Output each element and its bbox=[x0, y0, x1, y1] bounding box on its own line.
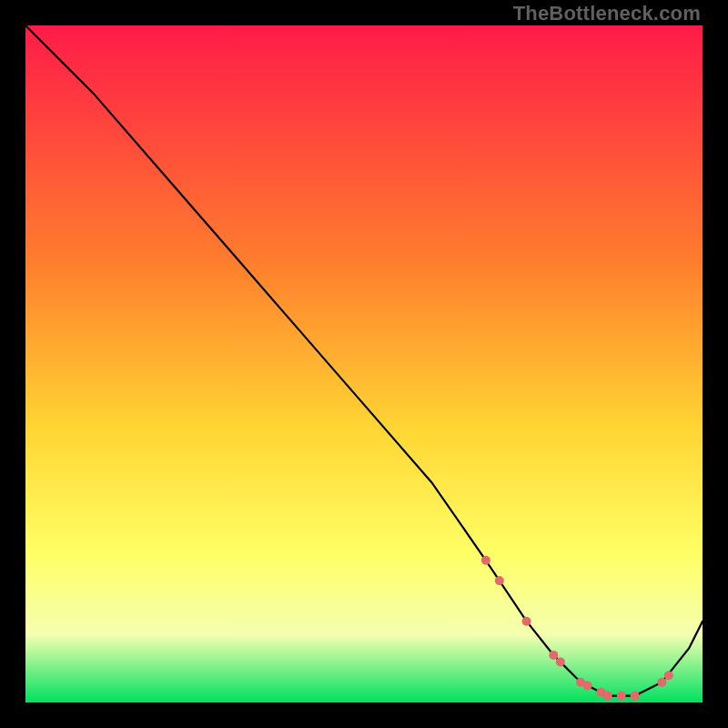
marker-dot bbox=[556, 657, 565, 666]
marker-dot bbox=[631, 692, 640, 701]
marker-dot bbox=[495, 576, 504, 585]
marker-dot bbox=[657, 678, 666, 687]
marker-dot bbox=[481, 556, 490, 565]
bottleneck-plot bbox=[25, 25, 703, 703]
marker-dot bbox=[603, 692, 612, 701]
gradient-background bbox=[25, 25, 703, 703]
marker-dot bbox=[583, 681, 592, 690]
marker-dot bbox=[664, 671, 673, 680]
marker-dot bbox=[522, 617, 531, 626]
marker-dot bbox=[617, 692, 626, 701]
marker-dot bbox=[549, 651, 558, 660]
chart-frame: TheBottleneck.com bbox=[0, 0, 728, 728]
watermark-text: TheBottleneck.com bbox=[513, 2, 701, 25]
